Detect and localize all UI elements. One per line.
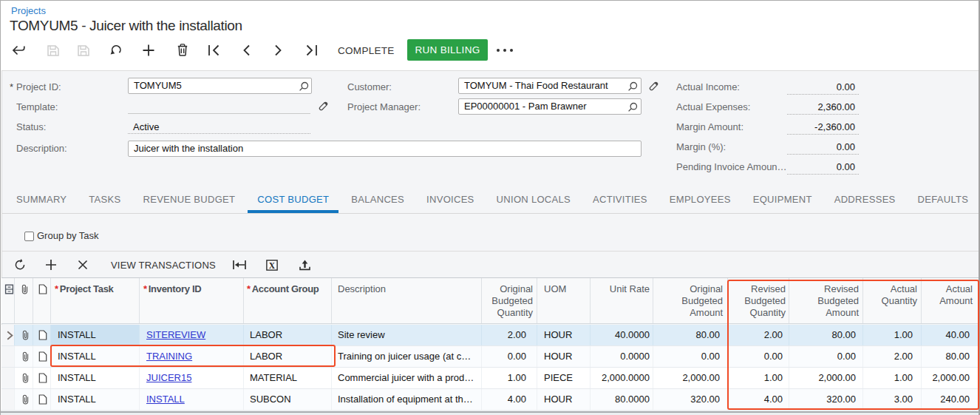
svg-text:X: X bbox=[269, 261, 276, 270]
